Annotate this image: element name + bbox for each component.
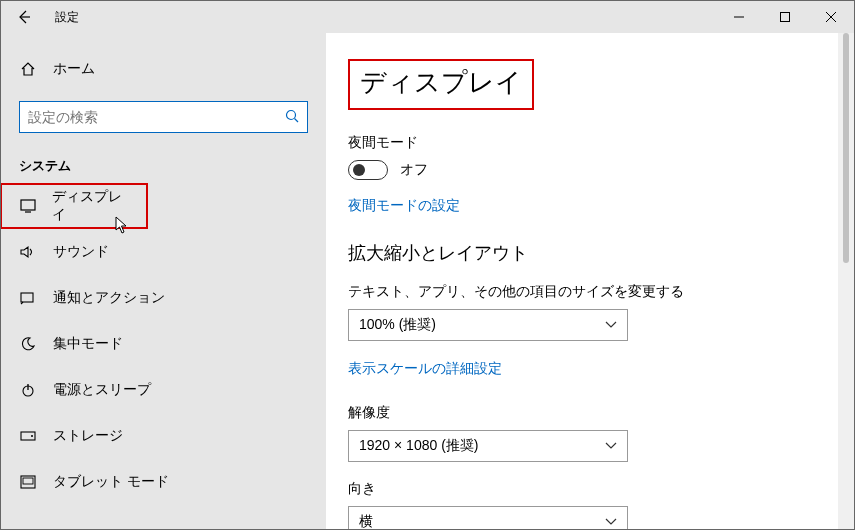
home-label: ホーム xyxy=(53,60,95,78)
sidebar-item-power[interactable]: 電源とスリープ xyxy=(1,367,326,413)
sidebar-item-storage[interactable]: ストレージ xyxy=(1,413,326,459)
resolution-label: 解像度 xyxy=(348,404,838,422)
orientation-label: 向き xyxy=(348,480,838,498)
night-light-state: オフ xyxy=(400,161,428,179)
maximize-button[interactable] xyxy=(762,1,808,33)
minimize-icon xyxy=(734,12,744,22)
svg-rect-2 xyxy=(21,200,35,210)
orientation-select[interactable]: 横 xyxy=(348,506,628,529)
sidebar-item-notifications[interactable]: 通知とアクション xyxy=(1,275,326,321)
content-area: ホーム システム ディスプレイ サウンド xyxy=(1,33,854,529)
night-light-toggle[interactable] xyxy=(348,160,388,180)
close-button[interactable] xyxy=(808,1,854,33)
home-icon xyxy=(19,61,37,77)
scale-heading: 拡大縮小とレイアウト xyxy=(348,241,838,265)
power-icon xyxy=(19,382,37,398)
maximize-icon xyxy=(780,12,790,22)
sidebar-item-display[interactable]: ディスプレイ xyxy=(1,183,148,229)
sidebar-item-label: 通知とアクション xyxy=(53,289,165,307)
sidebar-item-label: 電源とスリープ xyxy=(53,381,151,399)
chevron-down-icon xyxy=(605,439,617,453)
night-light-label: 夜間モード xyxy=(348,134,838,152)
minimize-button[interactable] xyxy=(716,1,762,33)
notification-icon xyxy=(19,291,37,305)
close-icon xyxy=(826,12,836,22)
nav-group-label: システム xyxy=(1,137,326,183)
main-panel: ディスプレイ 夜間モード オフ 夜間モードの設定 拡大縮小とレイアウト テキスト… xyxy=(326,33,854,529)
chevron-down-icon xyxy=(605,515,617,529)
night-light-settings-link[interactable]: 夜間モードの設定 xyxy=(348,197,460,215)
search-input[interactable] xyxy=(28,109,285,125)
scale-value: 100% (推奨) xyxy=(359,316,436,334)
scale-label: テキスト、アプリ、その他の項目のサイズを変更する xyxy=(348,283,838,301)
search-box[interactable] xyxy=(19,101,308,133)
settings-window: 設定 ホーム システム xyxy=(0,0,855,530)
svg-rect-8 xyxy=(23,478,33,484)
sidebar-item-sound[interactable]: サウンド xyxy=(1,229,326,275)
home-nav[interactable]: ホーム xyxy=(1,49,326,89)
chevron-down-icon xyxy=(605,318,617,332)
resolution-value: 1920 × 1080 (推奨) xyxy=(359,437,478,455)
focus-icon xyxy=(19,336,37,352)
sidebar-item-label: ディスプレイ xyxy=(52,188,128,224)
toggle-knob xyxy=(353,164,365,176)
orientation-value: 横 xyxy=(359,513,373,529)
scrollbar-thumb[interactable] xyxy=(843,33,849,263)
sidebar-item-label: ストレージ xyxy=(53,427,123,445)
arrow-left-icon xyxy=(16,9,32,25)
sound-icon xyxy=(19,245,37,259)
sidebar: ホーム システム ディスプレイ サウンド xyxy=(1,33,326,529)
back-button[interactable] xyxy=(1,1,47,33)
scale-select[interactable]: 100% (推奨) xyxy=(348,309,628,341)
storage-icon xyxy=(19,429,37,443)
sidebar-item-tablet[interactable]: タブレット モード xyxy=(1,459,326,505)
vertical-scrollbar[interactable] xyxy=(838,33,854,529)
svg-rect-0 xyxy=(781,13,790,22)
sidebar-item-label: サウンド xyxy=(53,243,109,261)
display-icon xyxy=(20,199,36,213)
window-title: 設定 xyxy=(55,9,79,26)
tablet-icon xyxy=(19,475,37,489)
svg-rect-3 xyxy=(21,293,33,302)
resolution-select[interactable]: 1920 × 1080 (推奨) xyxy=(348,430,628,462)
search-icon xyxy=(285,109,299,126)
sidebar-item-label: タブレット モード xyxy=(53,473,169,491)
page-title: ディスプレイ xyxy=(348,59,534,110)
svg-point-6 xyxy=(31,435,33,437)
advanced-scale-link[interactable]: 表示スケールの詳細設定 xyxy=(348,360,502,378)
sidebar-item-focus[interactable]: 集中モード xyxy=(1,321,326,367)
svg-point-1 xyxy=(287,110,296,119)
sidebar-item-label: 集中モード xyxy=(53,335,123,353)
titlebar: 設定 xyxy=(1,1,854,33)
